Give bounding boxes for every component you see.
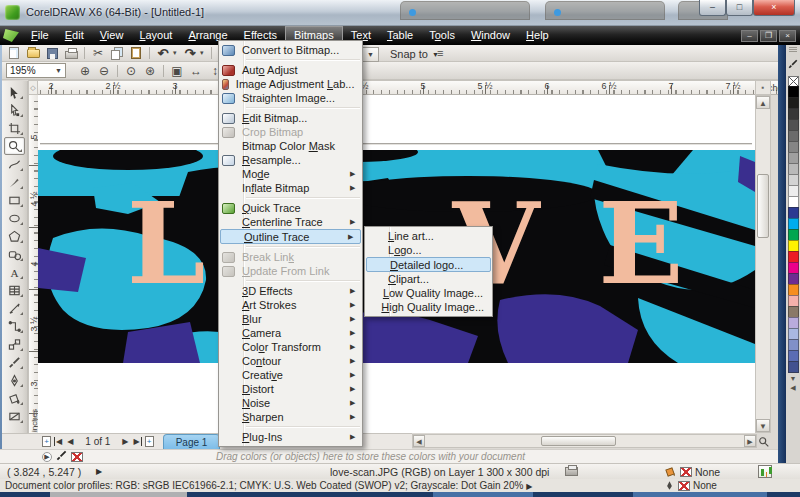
menu-item-auto-adjust[interactable]: Auto Adjust <box>219 63 362 77</box>
close-button[interactable]: × <box>753 0 795 16</box>
interactive-fill-tool[interactable] <box>4 407 25 425</box>
horizontal-ruler[interactable]: inches 22 ½33 ½44 ½55 ½66 ½77 ½ <box>38 80 795 95</box>
menu-item-straighten-image[interactable]: Straighten Image... <box>219 91 362 105</box>
menu-item-bitmap-color-mask[interactable]: Bitmap Color Mask <box>219 139 362 153</box>
dimension-tool[interactable] <box>4 299 25 317</box>
zoom-page-width-icon[interactable]: ↔ <box>187 63 205 78</box>
document-close-button[interactable] <box>779 30 796 42</box>
add-page-after-icon[interactable]: + <box>145 436 154 447</box>
menu-item-line-art[interactable]: Line art... <box>365 229 492 243</box>
menubar-item-edit[interactable]: Edit <box>57 26 92 45</box>
menu-item-edit-bitmap[interactable]: Edit Bitmap... <box>219 111 362 125</box>
navigator-button[interactable] <box>758 434 772 448</box>
color-eyedropper-tool[interactable] <box>4 353 25 371</box>
pick-tool[interactable] <box>4 83 25 101</box>
blend-tool[interactable] <box>4 335 25 353</box>
zoom-selected-icon[interactable]: ⊙ <box>122 63 140 78</box>
vertical-ruler[interactable]: inches 54 ½43 ½3 <box>28 95 38 433</box>
menu-item-mode[interactable]: Mode▶ <box>219 167 362 181</box>
next-page-icon[interactable]: ▶ <box>121 437 129 446</box>
menubar-item-help[interactable]: Help <box>518 26 557 45</box>
paste-icon[interactable] <box>127 46 145 61</box>
redo-icon[interactable] <box>181 46 199 61</box>
menu-item-low-quality-image[interactable]: Low Quality Image... <box>365 286 492 300</box>
options-icon[interactable]: ≡ <box>437 47 443 59</box>
open-icon[interactable] <box>24 46 42 61</box>
menu-item-image-adjustment-lab[interactable]: Image Adjustment Lab... <box>219 77 362 91</box>
zoom-level-combo[interactable]: 195%▼ <box>6 63 66 78</box>
palette-flyout-icon[interactable]: ▶ <box>42 452 52 462</box>
menu-item-high-quality-image[interactable]: High Quality Image... <box>365 300 492 314</box>
eyedropper-icon[interactable] <box>788 55 798 73</box>
menu-item-3d-effects[interactable]: 3D Effects▶ <box>219 284 362 298</box>
rectangle-tool[interactable] <box>4 191 25 209</box>
document-restore-button[interactable] <box>760 30 777 42</box>
menu-item-outline-trace[interactable]: Outline Trace▶ <box>220 229 361 244</box>
last-page-icon[interactable]: ▶ <box>133 437 142 446</box>
menu-item-blur[interactable]: Blur▶ <box>219 312 362 326</box>
scroll-down-icon[interactable]: ▼ <box>756 419 770 432</box>
freehand-tool[interactable] <box>4 155 25 173</box>
menubar-item-view[interactable]: View <box>92 26 132 45</box>
add-page-before-icon[interactable]: + <box>42 436 51 447</box>
no-color-swatch[interactable] <box>71 452 83 462</box>
previous-page-icon[interactable]: ◀ <box>66 437 74 446</box>
table-tool[interactable] <box>4 281 25 299</box>
minimize-button[interactable]: – <box>699 0 726 16</box>
menu-item-detailed-logo[interactable]: Detailed logo... <box>366 257 491 272</box>
crop-tool[interactable] <box>4 119 25 137</box>
scrollbar-options-button[interactable]: ▪ <box>755 80 771 95</box>
palette-drag-handle[interactable] <box>789 47 797 52</box>
menu-item-clipart[interactable]: Clipart... <box>365 272 492 286</box>
redo-dropdown-icon[interactable]: ▾ <box>200 49 207 57</box>
vertical-scrollbar-thumb[interactable] <box>757 174 769 238</box>
save-icon[interactable] <box>43 46 61 61</box>
zoom-in-icon[interactable]: ⊕ <box>76 63 94 78</box>
snap-to-button[interactable]: Snap to▼ <box>385 46 444 62</box>
horizontal-scrollbar-thumb[interactable] <box>541 436 616 446</box>
polygon-tool[interactable] <box>4 227 25 245</box>
basic-shapes-tool[interactable] <box>4 245 25 263</box>
menu-item-update-from-link[interactable]: Update From Link <box>219 264 362 278</box>
menu-item-creative[interactable]: Creative▶ <box>219 368 362 382</box>
menu-item-contour[interactable]: Contour▶ <box>219 354 362 368</box>
page-tab[interactable]: Page 1 <box>163 434 221 449</box>
menu-item-quick-trace[interactable]: Quick Trace <box>219 201 362 215</box>
menu-item-inflate-bitmap[interactable]: Inflate Bitmap▶ <box>219 181 362 195</box>
text-tool[interactable]: A <box>4 263 25 281</box>
new-document-icon[interactable] <box>5 46 23 61</box>
menubar-item-tools[interactable]: Tools <box>421 26 463 45</box>
document-minimize-button[interactable] <box>741 30 758 42</box>
print-icon[interactable] <box>62 46 80 61</box>
outline-pen-tool[interactable] <box>4 371 25 389</box>
maximize-button[interactable]: □ <box>726 0 753 16</box>
profiles-flyout-icon[interactable]: ▶ <box>526 482 532 491</box>
menu-item-noise[interactable]: Noise▶ <box>219 396 362 410</box>
menubar-item-file[interactable]: File <box>23 26 57 45</box>
menu-item-crop-bitmap[interactable]: Crop Bitmap <box>219 125 362 139</box>
zoom-out-icon[interactable]: ⊖ <box>95 63 113 78</box>
undo-dropdown-icon[interactable]: ▾ <box>173 49 180 57</box>
menu-item-convert-to-bitmap[interactable]: Convert to Bitmap... <box>219 43 362 57</box>
palette-swatch[interactable] <box>788 361 799 373</box>
first-page-icon[interactable]: ◀ <box>54 437 63 446</box>
vertical-scrollbar[interactable]: ▲ ▼ <box>755 95 771 433</box>
scroll-up-icon[interactable]: ▲ <box>756 96 770 109</box>
connector-tool[interactable] <box>4 317 25 335</box>
menubar-item-window[interactable]: Window <box>463 26 518 45</box>
copy-icon[interactable] <box>108 46 126 61</box>
undo-icon[interactable] <box>154 46 172 61</box>
menubar-item-layout[interactable]: Layout <box>131 26 180 45</box>
fill-tool[interactable] <box>4 389 25 407</box>
horizontal-scrollbar[interactable]: ◀ ▶ <box>412 434 757 448</box>
menu-item-camera[interactable]: Camera▶ <box>219 326 362 340</box>
ellipse-tool[interactable] <box>4 209 25 227</box>
coords-flyout-icon[interactable]: ▶ <box>96 467 102 476</box>
palette-expand-icon[interactable]: ◀ <box>790 384 795 392</box>
menu-item-break-link[interactable]: Break Link <box>219 250 362 264</box>
menu-item-color-transform[interactable]: Color Transform▶ <box>219 340 362 354</box>
artistic-media-tool[interactable] <box>4 173 25 191</box>
menu-item-distort[interactable]: Distort▶ <box>219 382 362 396</box>
menu-item-sharpen[interactable]: Sharpen▶ <box>219 410 362 424</box>
scroll-right-icon[interactable]: ▶ <box>744 435 756 447</box>
